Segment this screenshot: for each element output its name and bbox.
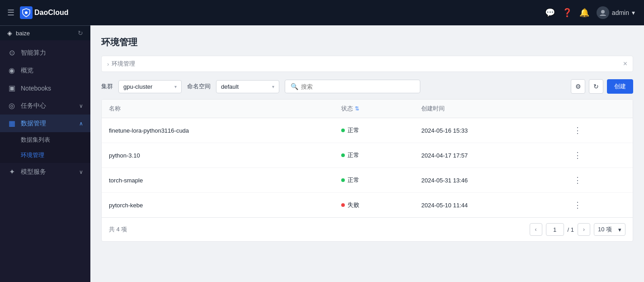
content-area: 环境管理 › 环境管理 × 集群 gpu-cluster ▾ 命名空间 defa…	[90, 25, 644, 282]
pagination-total: 共 4 项	[109, 225, 127, 234]
namespace-label: 命名空间	[187, 82, 211, 91]
row-actions: ⋮	[564, 118, 633, 143]
row-actions: ⋮	[564, 168, 633, 193]
cluster-select[interactable]: gpu-cluster ▾	[118, 80, 182, 93]
row-status: 正常	[334, 118, 414, 143]
breadcrumb: › 环境管理	[107, 60, 135, 68]
user-dropdown-arrow: ▾	[632, 9, 635, 16]
tasks-arrow-icon: ∨	[79, 103, 83, 109]
notebooks-icon: ▣	[7, 84, 16, 92]
notification-icon[interactable]: 🔔	[579, 8, 589, 18]
logo: DaoCloud	[20, 6, 69, 19]
svg-point-1	[25, 11, 28, 14]
row-created-at: 2024-05-31 13:46	[414, 168, 564, 193]
sidebar-item-label: Notebooks	[21, 85, 83, 92]
sidebar-item-overview[interactable]: ◉ 概览	[0, 62, 90, 79]
page-total: / 1	[568, 226, 574, 233]
namespace-value: default	[221, 83, 239, 90]
next-page-button[interactable]: ›	[578, 223, 590, 236]
cluster-select-arrow: ▾	[174, 84, 177, 89]
workspace-section: ◈ baize ↻	[0, 25, 90, 40]
sidebar-nav: ⊙ 智能算力 ◉ 概览 ▣ Notebooks ◎ 任务中心 ∨ ▦ 数据管理 …	[0, 40, 90, 282]
data-icon: ▦	[7, 119, 16, 128]
toolbar: 集群 gpu-cluster ▾ 命名空间 default ▾ 🔍 ⚙ ↻	[101, 79, 633, 94]
sidebar-item-datasets[interactable]: 数据集列表	[0, 132, 90, 148]
table-row: finetune-lora-python3116-cuda 正常 2024-05…	[102, 118, 633, 143]
prev-page-button[interactable]: ‹	[530, 223, 542, 236]
search-icon: 🔍	[291, 83, 298, 90]
sidebar-item-label: 数据管理	[21, 119, 75, 128]
row-actions: ⋮	[564, 193, 633, 218]
sidebar-item-env[interactable]: 环境管理	[0, 148, 90, 163]
breadcrumb-text: 环境管理	[112, 60, 135, 68]
data-arrow-icon: ∧	[79, 120, 83, 127]
row-created-at: 2024-04-17 17:57	[414, 143, 564, 168]
sidebar-item-label: 任务中心	[21, 102, 75, 110]
refresh-icon: ↻	[593, 83, 599, 90]
sidebar-item-models[interactable]: ✦ 模型服务 ∨	[0, 163, 90, 181]
search-box: 🔍	[285, 80, 420, 93]
status-text: 失败	[348, 201, 359, 209]
col-name: 名称	[102, 100, 334, 118]
row-action-menu[interactable]: ⋮	[571, 124, 584, 136]
sidebar-item-notebooks[interactable]: ▣ Notebooks	[0, 79, 90, 97]
sidebar-item-label: 概览	[21, 67, 83, 75]
status-dot	[341, 178, 345, 182]
sidebar-item-label: 智能算力	[21, 49, 83, 57]
tasks-icon: ◎	[7, 101, 16, 110]
create-button[interactable]: 创建	[607, 79, 633, 94]
toolbar-actions: ⚙ ↻ 创建	[571, 79, 633, 94]
table-header: 名称 状态 ⇅ 创建时间	[102, 100, 633, 118]
row-name: python-3.10	[102, 143, 334, 168]
page-size-value: 10 项	[598, 225, 612, 234]
status-dot	[341, 129, 345, 132]
cluster-label: 集群	[101, 82, 113, 91]
pagination-controls: ‹ / 1 › 10 项 ▾	[530, 223, 625, 236]
search-input[interactable]	[301, 83, 414, 90]
table-container: 名称 状态 ⇅ 创建时间 finetune-	[101, 99, 633, 242]
sidebar: ☰ DaoCloud ◈ baize ↻ ⊙ 智能算力 ◉ 概览 ▣ Noteb…	[0, 0, 90, 282]
menu-icon[interactable]: ☰	[7, 8, 14, 18]
workspace-refresh-icon[interactable]: ↻	[78, 29, 83, 37]
user-menu[interactable]: admin ▾	[597, 6, 635, 19]
col-status: 状态 ⇅	[334, 100, 414, 118]
sidebar-item-tasks[interactable]: ◎ 任务中心 ∨	[0, 97, 90, 115]
refresh-button[interactable]: ↻	[589, 79, 603, 94]
breadcrumb-close-icon[interactable]: ×	[623, 60, 627, 68]
page-size-select[interactable]: 10 项 ▾	[594, 223, 625, 236]
namespace-select[interactable]: default ▾	[216, 80, 279, 93]
row-action-menu[interactable]: ⋮	[571, 149, 584, 161]
sidebar-item-data[interactable]: ▦ 数据管理 ∧	[0, 115, 90, 132]
pagination: 共 4 项 ‹ / 1 › 10 项 ▾	[102, 217, 633, 241]
env-table: 名称 状态 ⇅ 创建时间 finetune-	[102, 100, 633, 217]
row-status: 正常	[334, 143, 414, 168]
row-name: finetune-lora-python3116-cuda	[102, 118, 334, 143]
data-submenu: 数据集列表 环境管理	[0, 132, 90, 163]
page-title: 环境管理	[101, 36, 633, 48]
status-text: 正常	[348, 176, 359, 184]
status-text: 正常	[348, 151, 359, 159]
row-action-menu[interactable]: ⋮	[571, 199, 584, 211]
chat-icon[interactable]: 💬	[545, 8, 555, 18]
overview-icon: ◉	[7, 66, 16, 75]
settings-button[interactable]: ⚙	[571, 79, 585, 94]
models-arrow-icon: ∨	[79, 169, 83, 175]
row-status: 失败	[334, 193, 414, 218]
avatar	[597, 6, 609, 19]
status-sort-icon[interactable]: ⇅	[355, 105, 359, 112]
compute-icon: ⊙	[7, 48, 16, 57]
status-dot	[341, 153, 345, 157]
table-body: finetune-lora-python3116-cuda 正常 2024-05…	[102, 118, 633, 218]
breadcrumb-arrow-icon: ›	[107, 61, 109, 67]
row-status: 正常	[334, 168, 414, 193]
workspace-name: baize	[16, 30, 74, 37]
sidebar-item-compute[interactable]: ⊙ 智能算力	[0, 44, 90, 62]
help-icon[interactable]: ❓	[562, 8, 572, 18]
status-dot	[341, 203, 345, 207]
row-action-menu[interactable]: ⋮	[571, 174, 584, 186]
page-number-input[interactable]	[546, 223, 564, 236]
col-actions	[564, 100, 633, 118]
sidebar-header: ☰ DaoCloud	[0, 0, 90, 25]
username: admin	[612, 9, 629, 16]
status-text: 正常	[348, 126, 359, 134]
